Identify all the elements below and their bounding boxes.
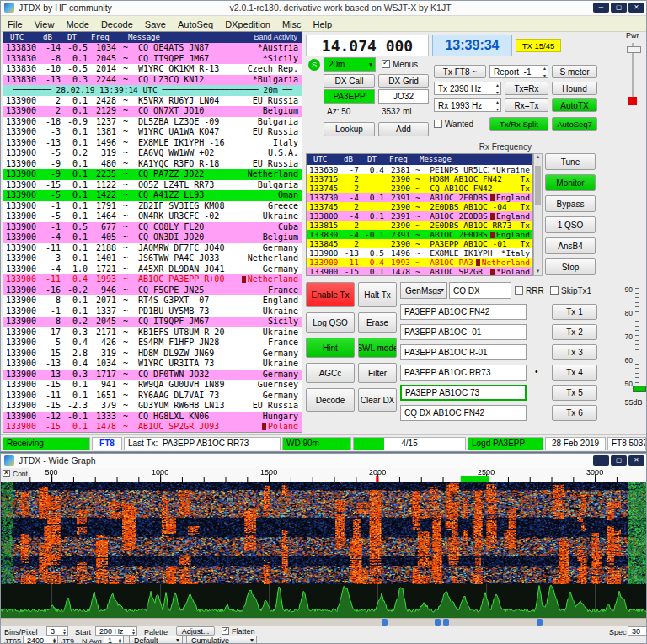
rx-eq-tx-button[interactable]: Rx=Tx	[505, 98, 548, 112]
period-separator[interactable]: ──────── 28.02.19 13:39:14 UTC ─────────…	[3, 85, 302, 96]
tx-message-field-5[interactable]: PA3EPP AB1OC 73	[400, 385, 527, 401]
decode-row[interactable]: 133900-10.11337~ PD1BU UY5MB 73Ukraine	[3, 306, 302, 317]
db-scale-handle[interactable]	[633, 386, 646, 392]
tx-mode-button[interactable]: Tx FT8 ~	[434, 65, 486, 78]
decode-row[interactable]: 133900-110.41993~ AB1OC PA3EPP R+00Nethe…	[307, 258, 532, 267]
rx-frequency-scrollbar[interactable]: ▲ ▼	[533, 153, 543, 276]
tx-message-field-1[interactable]: PA3EPP AB1OC FN42	[400, 304, 527, 320]
decode-row[interactable]: 133900-130.41034~ W1YRC UR3ITA 73Ukraine	[3, 359, 302, 370]
genmsgs-input[interactable]: CQ DX	[449, 282, 511, 299]
tx1-button[interactable]: Tx 1	[552, 304, 597, 320]
decode-row[interactable]: 13390020.12129~ CQ ON7XT JO10Belgium	[3, 106, 302, 117]
spec-spinner[interactable]: 30	[628, 626, 647, 636]
erase-button[interactable]: Erase	[358, 312, 397, 333]
decode-row[interactable]: 133900-50.2319~ EA6VQ WW1WW +02U.S.A.	[3, 148, 302, 159]
halt-tx-button[interactable]: Halt Tx	[358, 282, 397, 307]
decode-row[interactable]: 133900-150.1941~ RW9QA GU0UVH IN89Guerns…	[3, 380, 302, 391]
decode-row[interactable]: 133900-41.01721~ A45XR DL9DAN JO41German…	[3, 264, 302, 275]
decode-row[interactable]: 133830-80.12045~ CQ IT9QPF JM67*Sicily	[3, 54, 302, 65]
decode-button[interactable]: Decode	[306, 388, 355, 412]
txrx-split-button[interactable]: Tx/Rx Split	[489, 117, 548, 131]
tx-message-field-3[interactable]: PA3EPP AB1OC R-01	[400, 344, 527, 360]
decode-row[interactable]: 13384522390~ PA3EPP AB1OC -01Tx	[307, 239, 532, 248]
menu-save[interactable]: Save	[139, 18, 172, 32]
wide-graph-ruler-canvas[interactable]	[1, 468, 647, 482]
tx2-button[interactable]: Tx 2	[552, 324, 597, 340]
decode-row[interactable]: 13390020.12428~ K5VRX RU6YJ LN04EU Russi…	[3, 96, 302, 107]
navg-spinner[interactable]: 1	[104, 636, 124, 644]
menu-dxpedition[interactable]: DXpedition	[219, 18, 276, 32]
decode-row[interactable]: 133830-10-0.52014~ W1YRC OK1KM R-13Czech…	[3, 64, 302, 75]
marker-handle-2[interactable]	[435, 619, 441, 626]
tx3-button[interactable]: Tx 3	[552, 344, 597, 360]
hound-button[interactable]: Hound	[552, 82, 597, 95]
start-spinner[interactable]: 200 Hz	[95, 626, 137, 636]
wide-graph-titlebar[interactable]: JTDX - Wide Graph ─▢✕	[1, 454, 646, 469]
decode-row[interactable]: 133900-80.22045~ CQ IT9QPF JM67Sicily	[3, 317, 302, 327]
jt65-jt9-split-spinner[interactable]: 2400	[23, 636, 58, 644]
add-button[interactable]: Add	[378, 122, 429, 136]
maximize-button[interactable]: ▢	[611, 455, 627, 466]
decode-row[interactable]: 133900-130.31717~ CQ DF0TWN JO32Germany	[3, 370, 302, 381]
decode-row[interactable]: 133900-130.11496~ EX8MLE IK1YPH -16Italy	[3, 138, 302, 149]
dx-grid-button[interactable]: DX Grid	[378, 74, 429, 88]
decode-row[interactable]: 133900-50.4426~ ES4RM F1HFP JN28France	[3, 338, 302, 349]
s-meter-button[interactable]: S meter	[552, 65, 597, 78]
tx4-button[interactable]: Tx 4	[552, 365, 597, 381]
tune-button[interactable]: Tune	[545, 153, 596, 170]
scrollbar-up-icon[interactable]: ▲	[535, 154, 541, 161]
decode-row[interactable]: 133900-110.41993~ AB1OC PA3EPP R+00Nethe…	[3, 274, 302, 285]
decode-row[interactable]: 13374522390~ CQ AB1OC FN42Tx	[307, 184, 532, 193]
palette-combo[interactable]: Default	[129, 636, 183, 644]
decode-row[interactable]: 133900-130.51496~ EX8MLE IK1YPH -16*Ital…	[307, 248, 532, 258]
decode-row[interactable]: 133900-10.11791~ ZB2IF SV3IEG KM08Greece	[3, 201, 302, 212]
decode-row[interactable]: 133900-10.5677~ CQ CO8LY FL20Cuba	[3, 222, 302, 233]
menu-file[interactable]: File	[2, 18, 29, 32]
genmsgs-combo[interactable]: GenMsgs	[400, 282, 447, 299]
tx6-button[interactable]: Tx 6	[552, 405, 597, 421]
tx-eq-rx-button[interactable]: Tx=Rx	[505, 82, 548, 95]
dx-call-input[interactable]: PA3EPP	[324, 89, 375, 104]
cont-checkbox-box[interactable]	[3, 470, 10, 477]
rx-freq-spinner[interactable]: Rx 1993 Hz	[434, 98, 501, 112]
decode-row[interactable]: 133900-150.11478~ AB1OC SP2GR JO93*Polan…	[307, 267, 532, 275]
menus-checkbox[interactable]: Menus	[382, 60, 418, 69]
hint-button[interactable]: Hint	[306, 338, 355, 358]
marker-handle-1[interactable]	[382, 619, 388, 626]
display-mode-combo[interactable]: Cumulative	[186, 636, 257, 644]
log-qso-button[interactable]: Log QSO	[306, 312, 355, 333]
clear-dx-button[interactable]: Clear DX	[358, 388, 397, 412]
frequency-display[interactable]: 14.074 000	[306, 35, 429, 56]
cont-checkbox[interactable]: Cont	[3, 470, 28, 478]
decode-row[interactable]: 13374522390~ 2E0DBS AB1OC -04Tx	[307, 202, 532, 211]
menu-mode[interactable]: Mode	[60, 18, 95, 32]
skiptx1-checkbox[interactable]: SkipTx1	[550, 286, 591, 295]
main-titlebar[interactable]: JTDX by HF community v2.0.1-rc130. deriv…	[1, 1, 646, 16]
decode-row[interactable]: 133900-110.12188~ JA0MRW DF7FC JO40Germa…	[3, 243, 302, 254]
lookup-button[interactable]: Lookup	[324, 122, 375, 136]
menu-view[interactable]: View	[29, 18, 61, 32]
tx-message-field-6[interactable]: CQ DX AB1OC FN42	[400, 405, 527, 421]
decode-row[interactable]: 133900-90.12235~ CQ PA7ZZ JO22Netherland	[3, 169, 302, 180]
decode-row[interactable]: 133730-40.12391~ AB1OC 2E0DBS JO02Englan…	[307, 193, 532, 202]
decode-row[interactable]: 13371522390~ HD8M AB1OC FN42Tx	[307, 174, 532, 184]
autoseq-button[interactable]: AutoSeq7	[552, 117, 597, 131]
decode-row[interactable]: 133900-12-0.11333~ CQ HG8LXL KN06Hungary	[3, 412, 302, 423]
decode-row[interactable]: 133900-110.11651~ RY6AAG DL7VAI 73German…	[3, 391, 302, 402]
decode-row[interactable]: 133900-15-2.8319~ HD8M DL9ZW JN69Germany	[3, 349, 302, 359]
tx-message-field-2[interactable]: PA3EPP AB1OC -01	[400, 324, 527, 340]
close-button[interactable]: ✕	[628, 455, 644, 466]
adjust-button[interactable]: Adjust...	[176, 626, 215, 636]
tx5-button[interactable]: Tx 5	[552, 385, 597, 401]
bypass-button[interactable]: Bypass	[545, 195, 596, 212]
agcc-button[interactable]: AGCc	[306, 363, 355, 383]
decode-row[interactable]: 13381522390~ 2E0DBS AB1OC RR73Tx	[307, 221, 532, 230]
band-select[interactable]: 20m	[324, 57, 376, 72]
rrr-checkbox[interactable]: RRR	[515, 286, 544, 295]
decode-row[interactable]: 133900-30.11381~ W1YRC UA1WA KO47EU Russ…	[3, 127, 302, 138]
decode-row[interactable]: 133900-16-0.2946~ CQ F5GPE JN25France	[3, 285, 302, 296]
rrr-checkbox-box[interactable]	[515, 286, 523, 295]
1-qso-button[interactable]: 1 QSO	[545, 216, 596, 233]
wanted-checkbox[interactable]: Wanted	[434, 120, 473, 129]
decode-row[interactable]: 133900-40.1405~ CQ ON3DI JO20Belgium	[3, 232, 302, 243]
